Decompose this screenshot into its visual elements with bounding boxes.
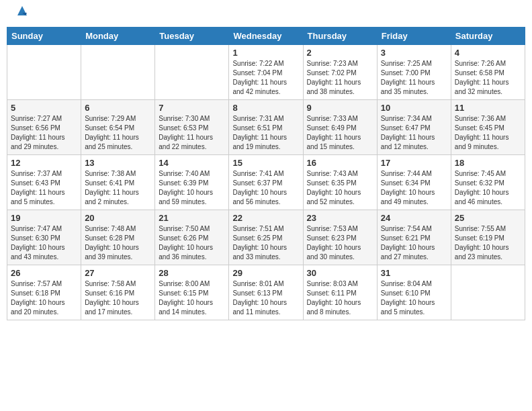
calendar-cell: 15Sunrise: 7:41 AMSunset: 6:37 PMDayligh… [229, 155, 303, 210]
weekday-thursday: Thursday [303, 28, 377, 45]
calendar-cell: 22Sunrise: 7:51 AMSunset: 6:25 PMDayligh… [229, 210, 303, 265]
calendar-cell: 7Sunrise: 7:30 AMSunset: 6:53 PMDaylight… [155, 100, 229, 155]
day-number: 14 [159, 158, 225, 168]
calendar-cell: 30Sunrise: 8:03 AMSunset: 6:11 PMDayligh… [303, 265, 377, 320]
day-info: Sunrise: 7:57 AMSunset: 6:18 PMDaylight:… [11, 279, 77, 317]
calendar-cell: 9Sunrise: 7:33 AMSunset: 6:49 PMDaylight… [303, 100, 377, 155]
day-number: 28 [159, 268, 225, 278]
calendar-cell: 24Sunrise: 7:54 AMSunset: 6:21 PMDayligh… [377, 210, 451, 265]
calendar-cell: 12Sunrise: 7:37 AMSunset: 6:43 PMDayligh… [7, 155, 81, 210]
day-info: Sunrise: 7:51 AMSunset: 6:25 PMDaylight:… [232, 224, 299, 262]
day-number: 8 [232, 103, 299, 113]
day-number: 1 [232, 48, 299, 58]
calendar-cell: 20Sunrise: 7:48 AMSunset: 6:28 PMDayligh… [81, 210, 155, 265]
day-number: 27 [85, 268, 151, 278]
day-info: Sunrise: 7:40 AMSunset: 6:39 PMDaylight:… [159, 169, 225, 207]
weekday-sunday: Sunday [7, 28, 81, 45]
logo-icon [15, 3, 30, 18]
calendar-cell: 27Sunrise: 7:58 AMSunset: 6:16 PMDayligh… [81, 265, 155, 320]
day-info: Sunrise: 7:23 AMSunset: 7:02 PMDaylight:… [307, 59, 373, 97]
day-info: Sunrise: 7:36 AMSunset: 6:45 PMDaylight:… [455, 114, 521, 152]
day-number: 26 [11, 268, 77, 278]
day-number: 7 [159, 103, 225, 113]
day-number: 20 [85, 213, 151, 223]
calendar-cell: 6Sunrise: 7:29 AMSunset: 6:54 PMDaylight… [81, 100, 155, 155]
day-number: 31 [381, 268, 447, 278]
day-info: Sunrise: 7:38 AMSunset: 6:41 PMDaylight:… [85, 169, 151, 207]
day-number: 9 [307, 103, 373, 113]
day-number: 3 [381, 48, 447, 58]
day-number: 5 [11, 103, 77, 113]
calendar: Sunday Monday Tuesday Wednesday Thursday… [7, 27, 525, 320]
day-number: 17 [381, 158, 447, 168]
calendar-cell: 13Sunrise: 7:38 AMSunset: 6:41 PMDayligh… [81, 155, 155, 210]
day-number: 23 [307, 213, 373, 223]
calendar-cell: 18Sunrise: 7:45 AMSunset: 6:32 PMDayligh… [451, 155, 525, 210]
day-info: Sunrise: 7:29 AMSunset: 6:54 PMDaylight:… [85, 114, 151, 152]
day-number: 24 [381, 213, 447, 223]
day-number: 12 [11, 158, 77, 168]
day-info: Sunrise: 7:33 AMSunset: 6:49 PMDaylight:… [307, 114, 373, 152]
day-info: Sunrise: 7:31 AMSunset: 6:51 PMDaylight:… [232, 114, 299, 152]
day-info: Sunrise: 7:22 AMSunset: 7:04 PMDaylight:… [232, 59, 299, 97]
day-number: 25 [455, 213, 521, 223]
calendar-cell: 17Sunrise: 7:44 AMSunset: 6:34 PMDayligh… [377, 155, 451, 210]
calendar-cell: 23Sunrise: 7:53 AMSunset: 6:23 PMDayligh… [303, 210, 377, 265]
calendar-cell: 25Sunrise: 7:55 AMSunset: 6:19 PMDayligh… [451, 210, 525, 265]
day-number: 6 [85, 103, 151, 113]
calendar-cell: 26Sunrise: 7:57 AMSunset: 6:18 PMDayligh… [7, 265, 81, 320]
calendar-cell: 10Sunrise: 7:34 AMSunset: 6:47 PMDayligh… [377, 100, 451, 155]
day-info: Sunrise: 7:54 AMSunset: 6:21 PMDaylight:… [381, 224, 447, 262]
day-info: Sunrise: 7:47 AMSunset: 6:30 PMDaylight:… [11, 224, 77, 262]
day-number: 2 [307, 48, 373, 58]
calendar-cell: 31Sunrise: 8:04 AMSunset: 6:10 PMDayligh… [377, 265, 451, 320]
day-number: 10 [381, 103, 447, 113]
day-info: Sunrise: 7:34 AMSunset: 6:47 PMDaylight:… [381, 114, 447, 152]
calendar-cell: 29Sunrise: 8:01 AMSunset: 6:13 PMDayligh… [229, 265, 303, 320]
day-info: Sunrise: 7:37 AMSunset: 6:43 PMDaylight:… [11, 169, 77, 207]
day-number: 13 [85, 158, 151, 168]
calendar-cell: 14Sunrise: 7:40 AMSunset: 6:39 PMDayligh… [155, 155, 229, 210]
calendar-cell: 28Sunrise: 8:00 AMSunset: 6:15 PMDayligh… [155, 265, 229, 320]
day-info: Sunrise: 7:41 AMSunset: 6:37 PMDaylight:… [232, 169, 299, 207]
header [7, 7, 525, 21]
calendar-cell [451, 265, 525, 320]
day-info: Sunrise: 7:45 AMSunset: 6:32 PMDaylight:… [455, 169, 521, 207]
day-info: Sunrise: 7:44 AMSunset: 6:34 PMDaylight:… [381, 169, 447, 207]
weekday-saturday: Saturday [451, 28, 525, 45]
day-info: Sunrise: 8:01 AMSunset: 6:13 PMDaylight:… [232, 279, 299, 317]
day-number: 11 [455, 103, 521, 113]
weekday-monday: Monday [81, 28, 155, 45]
calendar-cell: 8Sunrise: 7:31 AMSunset: 6:51 PMDaylight… [229, 100, 303, 155]
calendar-cell: 19Sunrise: 7:47 AMSunset: 6:30 PMDayligh… [7, 210, 81, 265]
calendar-cell: 16Sunrise: 7:43 AMSunset: 6:35 PMDayligh… [303, 155, 377, 210]
logo [13, 13, 30, 18]
day-info: Sunrise: 7:26 AMSunset: 6:58 PMDaylight:… [455, 59, 521, 97]
calendar-cell: 21Sunrise: 7:50 AMSunset: 6:26 PMDayligh… [155, 210, 229, 265]
day-number: 15 [232, 158, 299, 168]
day-info: Sunrise: 7:53 AMSunset: 6:23 PMDaylight:… [307, 224, 373, 262]
day-info: Sunrise: 8:04 AMSunset: 6:10 PMDaylight:… [381, 279, 447, 317]
calendar-cell [155, 45, 229, 100]
weekday-tuesday: Tuesday [155, 28, 229, 45]
day-number: 19 [11, 213, 77, 223]
calendar-cell: 1Sunrise: 7:22 AMSunset: 7:04 PMDaylight… [229, 45, 303, 100]
day-info: Sunrise: 8:00 AMSunset: 6:15 PMDaylight:… [159, 279, 225, 317]
day-info: Sunrise: 7:25 AMSunset: 7:00 PMDaylight:… [381, 59, 447, 97]
calendar-cell: 5Sunrise: 7:27 AMSunset: 6:56 PMDaylight… [7, 100, 81, 155]
weekday-wednesday: Wednesday [229, 28, 303, 45]
calendar-cell: 4Sunrise: 7:26 AMSunset: 6:58 PMDaylight… [451, 45, 525, 100]
calendar-cell: 2Sunrise: 7:23 AMSunset: 7:02 PMDaylight… [303, 45, 377, 100]
day-info: Sunrise: 7:48 AMSunset: 6:28 PMDaylight:… [85, 224, 151, 262]
calendar-cell [7, 45, 81, 100]
day-number: 16 [307, 158, 373, 168]
day-info: Sunrise: 7:27 AMSunset: 6:56 PMDaylight:… [11, 114, 77, 152]
day-info: Sunrise: 8:03 AMSunset: 6:11 PMDaylight:… [307, 279, 373, 317]
day-info: Sunrise: 7:58 AMSunset: 6:16 PMDaylight:… [85, 279, 151, 317]
page: Sunday Monday Tuesday Wednesday Thursday… [0, 0, 532, 327]
weekday-friday: Friday [377, 28, 451, 45]
calendar-cell: 11Sunrise: 7:36 AMSunset: 6:45 PMDayligh… [451, 100, 525, 155]
day-info: Sunrise: 7:55 AMSunset: 6:19 PMDaylight:… [455, 224, 521, 262]
day-info: Sunrise: 7:50 AMSunset: 6:26 PMDaylight:… [159, 224, 225, 262]
day-number: 29 [232, 268, 299, 278]
